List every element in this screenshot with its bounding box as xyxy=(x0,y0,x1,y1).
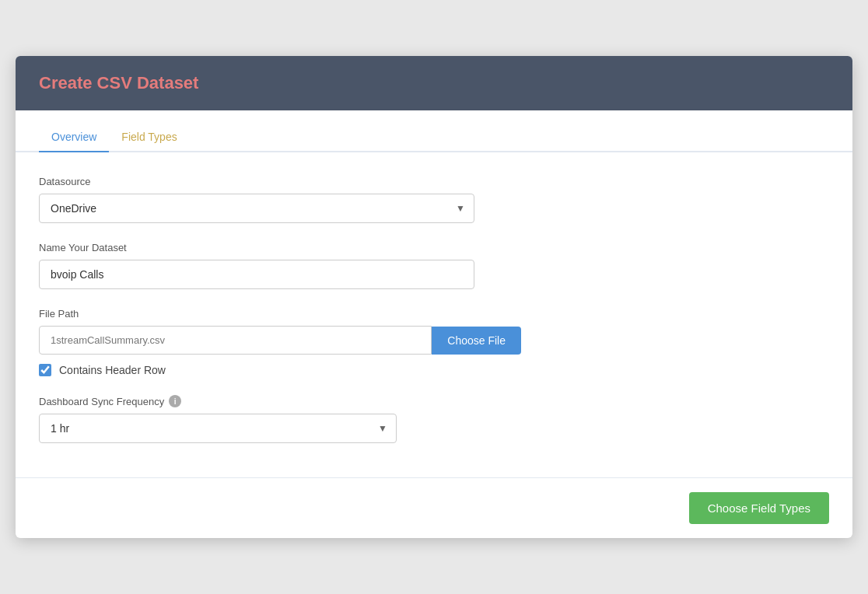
sync-freq-select-wrapper: 1 hr 6 hr 12 hr 24 hr Never ▼ xyxy=(39,414,397,443)
choose-field-types-button[interactable]: Choose Field Types xyxy=(689,492,829,524)
sync-freq-label: Dashboard Sync Frequency xyxy=(39,396,164,407)
datasource-select-wrapper: OneDrive Google Drive Dropbox Local File… xyxy=(39,194,474,223)
modal-header: Create CSV Dataset xyxy=(16,56,852,110)
modal-footer: Choose Field Types xyxy=(16,477,852,538)
contains-header-row: Contains Header Row xyxy=(39,364,829,376)
sync-label-row: Dashboard Sync Frequency i xyxy=(39,395,829,407)
sync-freq-group: Dashboard Sync Frequency i 1 hr 6 hr 12 … xyxy=(39,395,829,443)
tab-field-types[interactable]: Field Types xyxy=(109,123,189,152)
datasource-label: Datasource xyxy=(39,176,829,187)
file-path-label: File Path xyxy=(39,308,829,320)
info-icon: i xyxy=(169,395,181,407)
name-group: Name Your Dataset xyxy=(39,242,829,289)
title-highlight: Dataset xyxy=(137,73,198,93)
name-input[interactable] xyxy=(39,260,474,289)
modal-body: Overview Field Types Datasource OneDrive… xyxy=(16,110,852,477)
datasource-group: Datasource OneDrive Google Drive Dropbox… xyxy=(39,176,829,223)
sync-freq-select[interactable]: 1 hr 6 hr 12 hr 24 hr Never xyxy=(39,414,397,443)
tab-overview[interactable]: Overview xyxy=(39,123,109,152)
title-plain: Create CSV xyxy=(39,73,137,93)
contains-header-checkbox[interactable] xyxy=(39,364,51,376)
modal-container: Create CSV Dataset Overview Field Types … xyxy=(16,56,852,538)
file-path-group: File Path Choose File xyxy=(39,308,829,355)
name-label: Name Your Dataset xyxy=(39,242,829,253)
contains-header-label: Contains Header Row xyxy=(59,364,166,376)
modal-title: Create CSV Dataset xyxy=(39,73,829,93)
choose-file-button[interactable]: Choose File xyxy=(432,327,521,355)
file-path-input[interactable] xyxy=(39,326,432,355)
datasource-select[interactable]: OneDrive Google Drive Dropbox Local File xyxy=(39,194,474,223)
form-area: Datasource OneDrive Google Drive Dropbox… xyxy=(16,152,852,477)
file-path-row: Choose File xyxy=(39,326,521,355)
tabs-bar: Overview Field Types xyxy=(16,110,852,152)
